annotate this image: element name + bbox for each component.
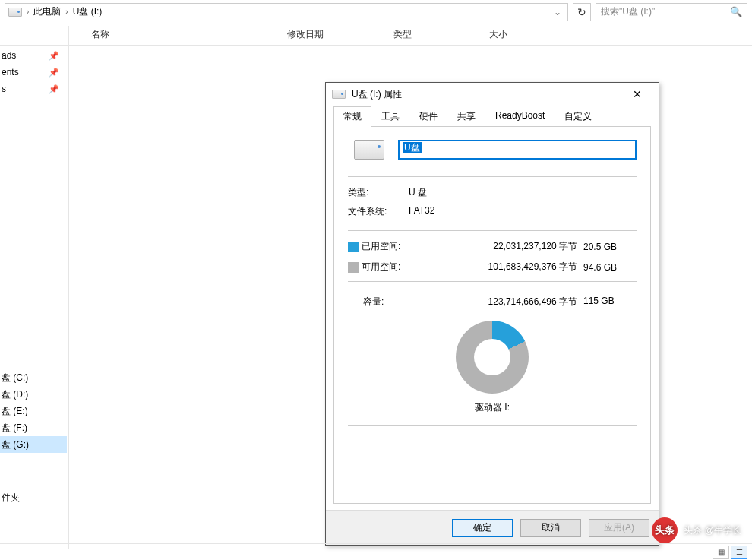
tab-hardware[interactable]: 硬件 xyxy=(409,106,447,126)
chevron-down-icon[interactable]: ⌄ xyxy=(551,7,564,17)
status-bar: ▦ ☰ xyxy=(0,543,752,560)
tab-general[interactable]: 常规 xyxy=(333,106,371,126)
chevron-right-icon[interactable]: › xyxy=(27,8,29,16)
divider xyxy=(348,425,637,426)
close-button[interactable]: ✕ xyxy=(622,84,652,105)
usage-donut-chart xyxy=(456,321,529,394)
free-label: 可用空间: xyxy=(362,261,415,274)
watermark-text: 头杀 @牛学长 xyxy=(684,524,741,537)
sidebar-item[interactable]: ents📌 xyxy=(0,64,67,81)
filesystem-value: FAT32 xyxy=(409,205,637,218)
view-thumbnails-button[interactable]: ▦ xyxy=(713,546,729,559)
drive-label: 驱动器 I: xyxy=(475,401,510,414)
view-details-button[interactable]: ☰ xyxy=(731,546,747,559)
cancel-button[interactable]: 取消 xyxy=(520,519,581,537)
capacity-label: 容量: xyxy=(348,296,415,308)
sidebar-item[interactable]: 盘 (D:) xyxy=(0,386,67,403)
drive-icon xyxy=(8,8,22,17)
filesystem-label: 文件系统: xyxy=(348,205,409,218)
breadcrumb-item[interactable]: 此电脑 xyxy=(33,5,61,18)
used-human: 20.5 GB xyxy=(583,242,637,252)
column-date[interactable]: 修改日期 xyxy=(280,28,386,41)
used-bytes: 22,031,237,120 字节 xyxy=(415,240,583,253)
address-bar[interactable]: › 此电脑 › U盘 (I:) ⌄ xyxy=(5,3,568,21)
sidebar-item[interactable]: 盘 (F:) xyxy=(0,419,67,436)
type-value: U 盘 xyxy=(409,186,637,199)
nav-pane: ads📌 ents📌 s📌 盘 (C:) 盘 (D:) 盘 (E:) 盘 (F:… xyxy=(0,47,67,506)
dialog-buttons: 确定 取消 应用(A) xyxy=(326,510,659,545)
tab-page-general: U盘 类型: U 盘 文件系统: FAT32 已用空间: 22,031,237,… xyxy=(333,126,651,504)
capacity-bytes: 123,714,666,496 字节 xyxy=(415,296,583,308)
breadcrumb-item[interactable]: U盘 (I:) xyxy=(73,5,103,18)
refresh-button[interactable] xyxy=(573,3,591,21)
tab-bar: 常规 工具 硬件 共享 ReadyBoost 自定义 xyxy=(333,106,651,127)
tab-sharing[interactable]: 共享 xyxy=(447,106,485,126)
watermark-badge-icon: 头条 xyxy=(652,517,678,543)
dialog-titlebar[interactable]: U盘 (I:) 属性 ✕ xyxy=(326,83,659,106)
properties-dialog: U盘 (I:) 属性 ✕ 常规 工具 硬件 共享 ReadyBoost 自定义 … xyxy=(325,82,659,546)
apply-button: 应用(A) xyxy=(589,519,649,537)
sidebar-item[interactable]: ads📌 xyxy=(0,47,67,64)
divider xyxy=(68,26,69,549)
column-name[interactable]: 名称 xyxy=(84,28,280,41)
tab-readyboost[interactable]: ReadyBoost xyxy=(485,106,555,126)
drive-icon xyxy=(332,90,346,99)
used-label: 已用空间: xyxy=(362,240,415,253)
search-input[interactable]: 搜索"U盘 (I:)" 🔍 xyxy=(596,3,747,21)
divider xyxy=(348,230,637,231)
free-human: 94.6 GB xyxy=(583,262,637,273)
capacity-human: 115 GB xyxy=(583,296,637,308)
search-placeholder: 搜索"U盘 (I:)" xyxy=(601,5,655,18)
drive-icon xyxy=(354,140,384,160)
chevron-right-icon[interactable]: › xyxy=(65,8,68,16)
free-color-swatch xyxy=(348,262,359,273)
divider xyxy=(348,176,637,177)
pin-icon: 📌 xyxy=(49,68,59,78)
free-bytes: 101,683,429,376 字节 xyxy=(415,261,583,274)
divider xyxy=(348,281,637,282)
watermark: 头条 头杀 @牛学长 xyxy=(652,517,741,543)
column-type[interactable]: 类型 xyxy=(386,28,482,41)
pin-icon: 📌 xyxy=(49,51,59,61)
drive-name-input[interactable]: U盘 xyxy=(398,140,637,160)
column-size[interactable]: 大小 xyxy=(482,28,542,41)
column-headers: 名称 修改日期 类型 大小 xyxy=(0,24,752,46)
sidebar-item[interactable]: s📌 xyxy=(0,81,67,97)
sidebar-item[interactable]: 盘 (E:) xyxy=(0,403,67,419)
type-label: 类型: xyxy=(348,186,409,199)
used-color-swatch xyxy=(348,242,359,252)
pin-icon: 📌 xyxy=(49,84,59,94)
tab-tools[interactable]: 工具 xyxy=(371,106,409,126)
sidebar-item[interactable]: 盘 (C:) xyxy=(0,369,67,386)
sidebar-item[interactable]: 盘 (G:) xyxy=(0,436,67,453)
sidebar-item[interactable]: 件夹 xyxy=(0,489,67,506)
dialog-title: U盘 (I:) 属性 xyxy=(352,88,616,101)
ok-button[interactable]: 确定 xyxy=(452,519,513,537)
tab-custom[interactable]: 自定义 xyxy=(555,106,602,126)
search-icon[interactable]: 🔍 xyxy=(730,6,742,17)
